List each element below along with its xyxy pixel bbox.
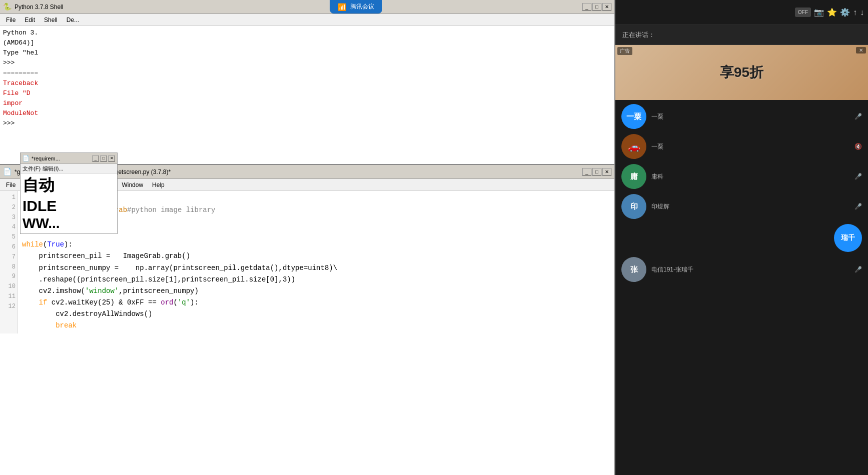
small-win-icon: 📄 [23, 155, 30, 162]
meeting-top-bar: OFF 📷 ⭐ ⚙️ ↑ ↓ [615, 0, 868, 25]
code-line-9: cv2.imshow('window',printscreen_numpy) [22, 286, 610, 297]
mic-icon-5: 🎤 [854, 266, 862, 274]
shell-line-8: impor [3, 98, 611, 108]
small-win-titlebar: 📄 *requirem... _ □ ✕ [21, 153, 117, 164]
small-window-1: 📄 *requirem... _ □ ✕ 文件(F) 编辑(I)... 自动 I… [20, 152, 118, 234]
code-line-5: while(True): [22, 239, 610, 250]
editor-icon: 📄 [3, 168, 12, 176]
shell-titlebar: 🐍 Python 3.7.8 Shell _ □ ✕ [0, 0, 614, 14]
small-win-menubar: 文件(F) 编辑(I)... [21, 164, 117, 174]
meeting-speaking-header: 正在讲话： [615, 25, 868, 45]
shell-line-9: ModuleNot [3, 108, 611, 118]
participant-row-2: 🚗 一粟 🔇 [615, 132, 868, 161]
shell-line-2: (AMD64)] [3, 38, 611, 48]
participant-name-1: 一粟 [651, 112, 663, 121]
left-panel: 🐍 Python 3.7.8 Shell _ □ ✕ File Edit She… [0, 0, 615, 475]
meeting-toolbar-btn-up[interactable]: ↑ [853, 8, 857, 17]
shell-menu-de[interactable]: De... [63, 16, 83, 24]
ad-banner: 广告 ✕ 享95折 [615, 45, 868, 100]
small-win-max[interactable]: □ [100, 156, 107, 162]
participant-name-2: 一粟 [651, 142, 663, 151]
shell-line-10: >>> [3, 118, 611, 128]
participant-icons-2: 🔇 [854, 143, 862, 150]
code-line-6: printscreen_pil = ImageGrab.grab() [22, 250, 610, 262]
code-line-12: break [22, 320, 610, 332]
avatar-4: 印 [621, 194, 646, 219]
code-line-10: if cv2.waitKey(25) & 0xFF == ord('q'): [22, 297, 610, 308]
shell-line-5: ========= [3, 68, 611, 78]
participant-name-4: 印煜辉 [651, 202, 669, 211]
editor-minimize-btn[interactable]: _ [582, 168, 591, 176]
shell-menu-file[interactable]: File [2, 16, 20, 24]
mic-icon-3: 🎤 [854, 173, 862, 180]
mic-muted-icon-2: 🔇 [854, 143, 862, 150]
shell-line-7: File "D [3, 88, 611, 98]
ad-close-btn[interactable]: ✕ [856, 47, 866, 54]
shell-menu-shell[interactable]: Shell [40, 16, 62, 24]
small-win-content-3: WW... [21, 216, 117, 234]
code-line-7: printscreen_numpy = np.array(printscreen… [22, 262, 610, 274]
shell-minimize-btn[interactable]: _ [582, 3, 591, 11]
shell-line-4: >>> [3, 58, 611, 68]
participant-row-5: 张 电信191-张瑞千 🎤 [615, 255, 868, 284]
shell-line-1: Python 3. [3, 28, 611, 38]
participant-name-3: 庸科 [651, 172, 663, 181]
speaking-label: 正在讲话： [622, 30, 655, 40]
editor-menu-window[interactable]: Window [118, 180, 147, 190]
avatar-2: 🚗 [621, 134, 646, 159]
shell-content[interactable]: Python 3. (AMD64)] Type "hel >>> =======… [0, 26, 614, 164]
participant-row-1: 一粟 一粟 🎤 [615, 102, 868, 131]
mic-icon-4: 🎤 [854, 203, 862, 210]
avatar-1: 一粟 [621, 104, 646, 129]
shell-menubar: File Edit Shell De... [0, 14, 614, 26]
shell-line-3: Type "hel [3, 48, 611, 58]
small-win-content: 自动 [21, 174, 117, 198]
avatar-3: 庸 [621, 164, 646, 189]
participant-row-big: 瑞千 [615, 222, 868, 254]
participant-name-5: 电信191-张瑞千 [651, 266, 693, 274]
small-menu-edit[interactable]: 编辑(I)... [43, 165, 64, 172]
meeting-toolbar-btn-camera[interactable]: 📷 [814, 8, 824, 17]
participants-list[interactable]: 一粟 一粟 🎤 🚗 一粟 🔇 庸 庸科 [615, 100, 868, 475]
idle-shell-window: 🐍 Python 3.7.8 Shell _ □ ✕ File Edit She… [0, 0, 615, 165]
participant-icons-3: 🎤 [854, 173, 862, 180]
small-win-title: *requirem... [32, 156, 60, 162]
overlay-small-windows: 📄 *requirem... _ □ ✕ 文件(F) 编辑(I)... 自动 I… [20, 152, 118, 234]
editor-menu-file[interactable]: File [2, 180, 20, 190]
line-numbers: 123456789101112 [0, 191, 18, 334]
meeting-toolbar-btn-star[interactable]: ⭐ [827, 8, 837, 17]
editor-close-btn[interactable]: ✕ [602, 168, 611, 176]
small-win-content-2: IDLE [21, 198, 117, 216]
ad-content-text: 享95折 [720, 63, 763, 82]
editor-maximize-btn[interactable]: □ [592, 168, 601, 176]
avatar-5: 张 [621, 257, 646, 282]
participant-row-4: 印 印煜辉 🎤 [615, 192, 868, 221]
mic-icon-1: 🎤 [854, 113, 862, 120]
big-avatar-btn[interactable]: 瑞千 [834, 224, 862, 252]
participant-icons-4: 🎤 [854, 203, 862, 210]
small-menu-file[interactable]: 文件(F) [23, 165, 41, 172]
participant-icons-1: 🎤 [854, 113, 862, 120]
participant-icons-5: 🎤 [854, 266, 862, 274]
editor-menu-help[interactable]: Help [148, 180, 169, 190]
ad-tag: 广告 [617, 47, 632, 55]
meeting-toolbar-btn-down[interactable]: ↓ [860, 8, 864, 17]
shell-line-6: Traceback [3, 78, 611, 88]
code-line-11: cv2.destroyAllWindows() [22, 308, 610, 320]
meeting-toolbar-btn-off[interactable]: OFF [795, 8, 811, 17]
tencent-meeting-bar[interactable]: 📶 腾讯会议 [330, 0, 382, 14]
shell-title: Python 3.7.8 Shell [15, 4, 63, 10]
python-icon: 🐍 [3, 2, 12, 11]
small-win-min[interactable]: _ [92, 156, 99, 162]
small-win-close[interactable]: ✕ [108, 156, 115, 162]
participant-row-3: 庸 庸科 🎤 [615, 162, 868, 191]
shell-close-btn[interactable]: ✕ [602, 3, 611, 11]
shell-menu-edit[interactable]: Edit [21, 16, 39, 24]
meeting-toolbar-btn-settings[interactable]: ⚙️ [840, 8, 850, 17]
shell-maximize-btn[interactable]: □ [592, 3, 601, 11]
code-line-8: .reshape((printscreen_pil.size[1],prints… [22, 274, 610, 286]
signal-icon: 📶 [338, 3, 346, 11]
tencent-meeting-label: 腾讯会议 [350, 2, 374, 11]
tencent-meeting-panel: OFF 📷 ⭐ ⚙️ ↑ ↓ 正在讲话： 广告 ✕ 享95折 一 [615, 0, 868, 475]
